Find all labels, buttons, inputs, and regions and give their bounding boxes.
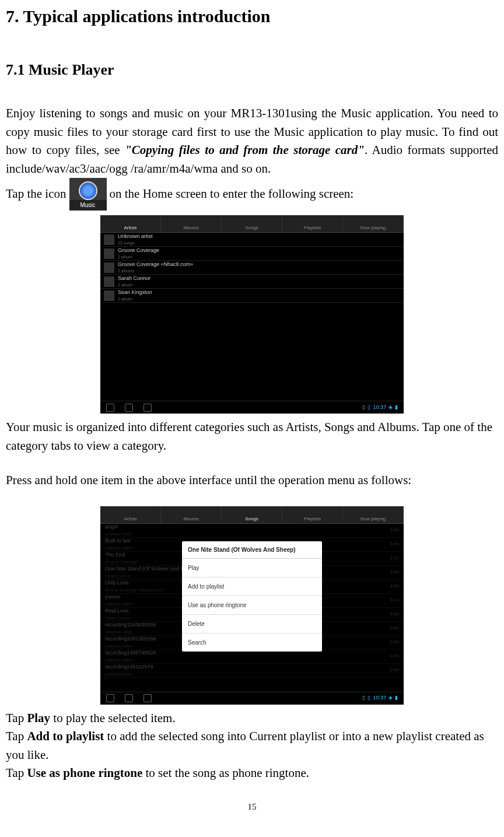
wifi-icon: ◈	[388, 694, 393, 702]
list-item[interactable]: recording246162574Unknown artist0:09	[100, 664, 404, 678]
artist-thumb	[104, 262, 114, 273]
section-heading: 7. Typical applications introduction	[6, 3, 498, 29]
tap-add-paragraph: Tap Add to playlist to add the selected …	[6, 727, 498, 764]
tab-songs[interactable]: Songs	[222, 215, 282, 232]
menu-add-to-playlist[interactable]: Add to playlist	[182, 577, 322, 596]
tap-icon-text-b: on the Home screen to enter the followin…	[110, 185, 354, 204]
list-item[interactable]: Groove Coverage1 album	[100, 247, 404, 261]
list-item[interactable]: angelUnknown artist3:45	[100, 524, 404, 538]
music-icon-circle	[79, 181, 97, 200]
battery-icon: ▮	[395, 404, 398, 412]
artist-thumb	[104, 234, 114, 245]
back-icon[interactable]	[106, 694, 114, 702]
subsection-heading: 7.1 Music Player	[6, 58, 498, 81]
nowplaying-icon	[369, 507, 377, 515]
status-icon: ▯	[368, 694, 370, 702]
tab-nowplaying[interactable]: Now playing	[343, 215, 404, 232]
menu-play[interactable]: Play	[182, 559, 322, 577]
home-icon[interactable]	[125, 404, 133, 412]
battery-icon: ▮	[395, 694, 398, 702]
system-navbar: ▯ ▯ 10:37 ◈ ▮	[100, 401, 404, 414]
tab-songs[interactable]: Songs	[222, 506, 282, 523]
playlists-icon	[309, 507, 317, 515]
intro-text-b: "Copying files to and from the storage c…	[125, 143, 365, 157]
music-tabs: Artists Albums Songs Playlists Now playi…	[100, 506, 404, 524]
list-item[interactable]: Sarah Connor1 album	[100, 275, 404, 289]
status-icon: ▯	[362, 694, 365, 702]
albums-icon	[187, 507, 195, 515]
artist-thumb	[104, 248, 114, 259]
page-number: 15	[6, 800, 498, 814]
artists-icon	[127, 216, 135, 224]
music-icon-label: Music	[69, 200, 107, 210]
tab-playlists[interactable]: Playlists	[282, 506, 343, 523]
context-menu-dialog: One Nite Stand (Of Wolves And Sheep) Pla…	[182, 541, 322, 652]
clock: 10:37	[373, 404, 386, 412]
tab-artists[interactable]: Artists	[100, 506, 161, 523]
playlists-icon	[309, 216, 317, 224]
songs-icon	[248, 216, 256, 224]
songs-icon	[248, 507, 256, 515]
nowplaying-icon	[369, 216, 377, 224]
clock: 10:37	[373, 694, 386, 702]
list-item[interactable]: recording1395748526Unknown artist0:20	[100, 650, 404, 664]
tab-nowplaying[interactable]: Now playing	[343, 506, 404, 523]
wifi-icon: ◈	[388, 404, 393, 412]
tab-playlists[interactable]: Playlists	[282, 215, 343, 232]
system-navbar: ▯ ▯ 10:37 ◈ ▮	[100, 692, 404, 705]
artist-thumb	[104, 290, 114, 301]
artist-thumb	[104, 276, 114, 287]
tap-play-paragraph: Tap Play to play the selected item.	[6, 709, 498, 728]
intro-paragraph: Enjoy listening to songs and music on yo…	[6, 104, 498, 178]
tap-icon-line: Tap the icon Music on the Home screen to…	[6, 178, 498, 211]
dialog-title: One Nite Stand (Of Wolves And Sheep)	[182, 541, 322, 559]
recents-icon[interactable]	[144, 404, 152, 412]
status-icon: ▯	[362, 404, 365, 412]
albums-icon	[187, 216, 195, 224]
tap-icon-text-a: Tap the icon	[6, 185, 66, 204]
music-tabs: Artists Albums Songs Playlists Now playi…	[100, 215, 404, 233]
artists-list: Unknown artist10 songs Groove Coverage1 …	[100, 233, 404, 303]
press-hold-paragraph: Press and hold one item in the above int…	[6, 471, 498, 490]
recents-icon[interactable]	[144, 694, 152, 702]
screenshot-context-menu: Artists Albums Songs Playlists Now playi…	[100, 506, 404, 705]
music-app-icon: Music	[69, 178, 107, 211]
list-item[interactable]: Unknown artist10 songs	[100, 233, 404, 247]
list-item[interactable]: Groove Coverage «Nhac8.com»3 albums	[100, 261, 404, 275]
back-icon[interactable]	[106, 404, 114, 412]
home-icon[interactable]	[125, 694, 133, 702]
tab-albums[interactable]: Albums	[161, 215, 222, 232]
artists-icon	[127, 507, 135, 515]
menu-use-as-ringtone[interactable]: Use as phone ringtone	[182, 596, 322, 615]
status-icon: ▯	[368, 404, 370, 412]
menu-search[interactable]: Search	[182, 633, 322, 652]
tap-ringtone-paragraph: Tap Use as phone ringtone to set the son…	[6, 764, 498, 783]
menu-delete[interactable]: Delete	[182, 615, 322, 633]
tab-artists[interactable]: Artists	[100, 215, 161, 232]
tab-albums[interactable]: Albums	[161, 506, 222, 523]
categories-paragraph: Your music is organized into different c…	[6, 418, 498, 455]
list-item[interactable]: Sean Kingston1 album	[100, 289, 404, 303]
screenshot-artists: Artists Albums Songs Playlists Now playi…	[100, 215, 404, 414]
